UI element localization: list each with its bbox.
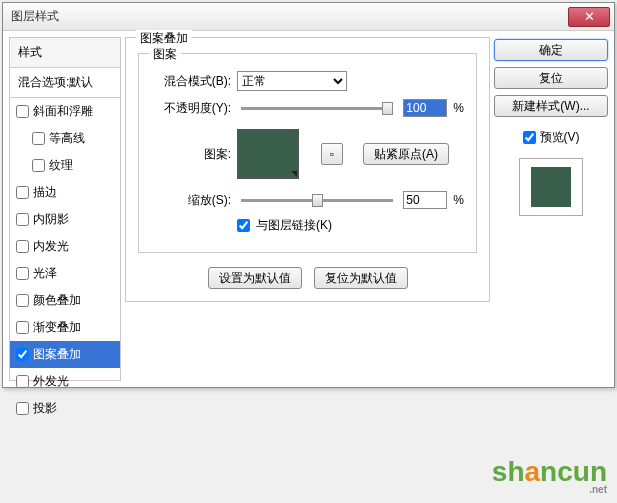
new-style-button[interactable]: 新建样式(W)...: [494, 95, 608, 117]
pattern-subgroup: 图案 混合模式(B): 正常 不透明度(Y):: [138, 53, 477, 253]
blend-options-header[interactable]: 混合选项:默认: [10, 68, 120, 98]
style-checkbox[interactable]: [16, 402, 29, 415]
link-row: 与图层链接(K): [151, 217, 464, 234]
preview-label: 预览(V): [540, 129, 580, 146]
opacity-slider[interactable]: [241, 107, 393, 110]
scale-row: 缩放(S): %: [151, 191, 464, 209]
style-item[interactable]: 投影: [10, 395, 120, 422]
close-button[interactable]: ✕: [568, 7, 610, 27]
style-checkbox[interactable]: [32, 132, 45, 145]
scale-slider[interactable]: [241, 199, 393, 202]
percent-label: %: [453, 101, 464, 115]
style-checkbox[interactable]: [16, 294, 29, 307]
link-layer-label: 与图层链接(K): [256, 217, 332, 234]
style-label: 描边: [33, 184, 57, 201]
style-checkbox[interactable]: [16, 348, 29, 361]
layer-style-dialog: 图层样式 ✕ 样式 混合选项:默认 斜面和浮雕等高线纹理描边内阴影内发光光泽颜色…: [2, 2, 615, 388]
style-item[interactable]: 描边: [10, 179, 120, 206]
style-label: 纹理: [49, 157, 73, 174]
style-item[interactable]: 内阴影: [10, 206, 120, 233]
pattern-row: 图案: ▫ 贴紧原点(A): [151, 129, 464, 179]
style-label: 颜色叠加: [33, 292, 81, 309]
subgroup-legend: 图案: [149, 46, 181, 63]
set-default-button[interactable]: 设置为默认值: [208, 267, 302, 289]
style-item[interactable]: 斜面和浮雕: [10, 98, 120, 125]
opacity-input[interactable]: [403, 99, 447, 117]
style-item[interactable]: 光泽: [10, 260, 120, 287]
style-item[interactable]: 等高线: [10, 125, 120, 152]
new-preset-icon: ▫: [330, 147, 334, 161]
style-item[interactable]: 渐变叠加: [10, 314, 120, 341]
style-label: 渐变叠加: [33, 319, 81, 336]
styles-list: 样式 混合选项:默认 斜面和浮雕等高线纹理描边内阴影内发光光泽颜色叠加渐变叠加图…: [9, 37, 121, 381]
default-buttons: 设置为默认值 复位为默认值: [138, 267, 477, 289]
style-checkbox[interactable]: [32, 159, 45, 172]
style-label: 斜面和浮雕: [33, 103, 93, 120]
snap-origin-button[interactable]: 贴紧原点(A): [363, 143, 449, 165]
style-label: 外发光: [33, 373, 69, 390]
scale-label: 缩放(S):: [151, 192, 231, 209]
link-layer-checkbox[interactable]: [237, 219, 250, 232]
blend-mode-label: 混合模式(B):: [151, 73, 231, 90]
style-label: 图案叠加: [33, 346, 81, 363]
new-preset-button[interactable]: ▫: [321, 143, 343, 165]
preview-swatch: [531, 167, 571, 207]
styles-header[interactable]: 样式: [10, 38, 120, 68]
style-checkbox[interactable]: [16, 321, 29, 334]
style-checkbox[interactable]: [16, 375, 29, 388]
titlebar[interactable]: 图层样式 ✕: [3, 3, 614, 31]
opacity-label: 不透明度(Y):: [151, 100, 231, 117]
style-label: 投影: [33, 400, 57, 417]
ok-button[interactable]: 确定: [494, 39, 608, 61]
style-checkbox[interactable]: [16, 267, 29, 280]
style-item[interactable]: 外发光: [10, 368, 120, 395]
reset-default-button[interactable]: 复位为默认值: [314, 267, 408, 289]
blend-mode-select[interactable]: 正常: [237, 71, 347, 91]
pattern-overlay-group: 图案叠加 图案 混合模式(B): 正常 不透明度(Y: [125, 37, 490, 302]
watermark: shancun .net: [492, 456, 607, 495]
style-item[interactable]: 颜色叠加: [10, 287, 120, 314]
style-checkbox[interactable]: [16, 213, 29, 226]
style-label: 光泽: [33, 265, 57, 282]
preview-row: 预览(V): [494, 129, 608, 146]
style-checkbox[interactable]: [16, 240, 29, 253]
style-label: 内阴影: [33, 211, 69, 228]
opacity-thumb[interactable]: [382, 102, 393, 115]
style-item[interactable]: 图案叠加: [10, 341, 120, 368]
dialog-title: 图层样式: [11, 8, 568, 25]
dialog-body: 样式 混合选项:默认 斜面和浮雕等高线纹理描边内阴影内发光光泽颜色叠加渐变叠加图…: [3, 31, 614, 387]
watermark-text: shancun: [492, 456, 607, 487]
group-legend: 图案叠加: [136, 30, 192, 47]
opacity-row: 不透明度(Y): %: [151, 99, 464, 117]
reset-button[interactable]: 复位: [494, 67, 608, 89]
pattern-picker[interactable]: [237, 129, 299, 179]
preview-box: [519, 158, 583, 216]
style-label: 内发光: [33, 238, 69, 255]
scale-input[interactable]: [403, 191, 447, 209]
preview-checkbox[interactable]: [523, 131, 536, 144]
percent-label-2: %: [453, 193, 464, 207]
style-checkbox[interactable]: [16, 186, 29, 199]
style-checkbox[interactable]: [16, 105, 29, 118]
blend-mode-row: 混合模式(B): 正常: [151, 71, 464, 91]
style-item[interactable]: 内发光: [10, 233, 120, 260]
style-label: 等高线: [49, 130, 85, 147]
center-panel: 图案叠加 图案 混合模式(B): 正常 不透明度(Y: [125, 37, 490, 381]
scale-thumb[interactable]: [312, 194, 323, 207]
right-panel: 确定 复位 新建样式(W)... 预览(V): [494, 37, 608, 381]
close-icon: ✕: [584, 9, 595, 24]
style-item[interactable]: 纹理: [10, 152, 120, 179]
pattern-label: 图案:: [151, 146, 231, 163]
